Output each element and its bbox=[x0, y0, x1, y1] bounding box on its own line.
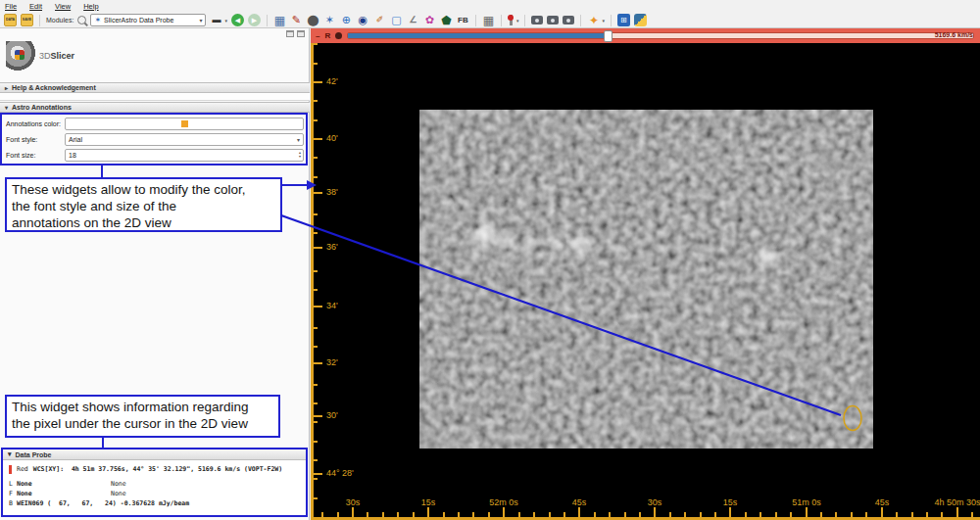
x-axis-tick-label: 30s bbox=[323, 497, 382, 507]
x-axis-tick-label: 30s bbox=[625, 497, 684, 507]
save-data-icon[interactable]: SAVE bbox=[21, 14, 33, 26]
annotations-color-label: Annotations color: bbox=[4, 120, 65, 127]
chevron-down-icon: ▾ bbox=[199, 17, 202, 24]
y-axis-tick-label: 36' bbox=[326, 242, 338, 252]
ruler-icon[interactable]: ∠ bbox=[407, 14, 419, 26]
telescope-icon[interactable]: ✶ bbox=[323, 14, 336, 26]
chevron-down-icon: ▾ bbox=[602, 18, 605, 24]
module-panel: 3DSlicer ▸ Help & Acknowledgement ▾ Astr… bbox=[0, 28, 310, 520]
slice-viewport[interactable]: 42' 40' 38' 36' 34' 32' 30' 44° 28' 30s … bbox=[311, 43, 980, 520]
section-astro-annotations[interactable]: ▾ Astro Annotations bbox=[0, 102, 310, 113]
x-axis-tick-label: 51m 0s bbox=[777, 497, 836, 507]
y-axis-tick-label: 34' bbox=[326, 301, 338, 310]
marker-slider-icon[interactable] bbox=[510, 15, 513, 25]
y-axis-tick-label: 44° 28' bbox=[326, 468, 354, 478]
zoom-icon[interactable]: ⊕ bbox=[340, 14, 353, 26]
slicer-logo: 3DSlicer bbox=[6, 41, 74, 71]
panel-undock-icon[interactable] bbox=[286, 30, 294, 37]
module-search-icon[interactable] bbox=[77, 16, 86, 24]
annotations-color-button[interactable] bbox=[65, 118, 304, 130]
crop-icon[interactable]: ▢ bbox=[390, 14, 403, 26]
module-forward-icon[interactable]: ▶ bbox=[248, 14, 261, 26]
menu-file[interactable]: File bbox=[5, 2, 17, 11]
toolbar-separator bbox=[524, 15, 525, 26]
red-slice-view: – R 5169.6 km/s bbox=[311, 28, 980, 520]
toolbar-separator bbox=[611, 15, 612, 26]
spinner-arrows[interactable]: ▴▾ bbox=[299, 151, 301, 159]
view-label: R bbox=[324, 31, 330, 40]
menu-edit[interactable]: Edit bbox=[29, 2, 42, 11]
scene-capture-icon[interactable] bbox=[547, 16, 559, 24]
x-axis-tick-label: 45s bbox=[853, 497, 911, 507]
x-axis-tick-label: 52m 0s bbox=[474, 497, 533, 507]
slicer-logo-icon bbox=[6, 41, 35, 71]
probe-wcs-line: Red WCS[XY]: 4h 51m 37.756s, 44° 35' 32.… bbox=[9, 464, 306, 474]
paint-icon[interactable]: ✐ bbox=[373, 14, 386, 26]
font-style-label: Font style: bbox=[4, 136, 65, 143]
right-ascension-axis-line bbox=[311, 517, 980, 520]
chevron-down-icon: ▾ bbox=[8, 450, 12, 458]
section-help-acknowledgement[interactable]: ▸ Help & Acknowledgement bbox=[0, 82, 310, 93]
layout-icon[interactable]: ▦ bbox=[273, 14, 286, 26]
section-data-probe[interactable]: ▾ Data Probe bbox=[3, 449, 306, 460]
module-icon: ✶ bbox=[94, 16, 101, 24]
main-toolbar: DATA SAVE Modules: ✶ SlicerAstro Data Pr… bbox=[0, 13, 980, 28]
slider-handle[interactable] bbox=[604, 30, 612, 42]
menu-view[interactable]: View bbox=[55, 2, 71, 11]
module-selector-value: SlicerAstro Data Probe bbox=[104, 17, 173, 24]
slice-offset-slider[interactable] bbox=[347, 32, 974, 39]
y-axis-tick-label: 38' bbox=[326, 187, 338, 197]
module-selector[interactable]: ✶ SlicerAstro Data Probe ▾ bbox=[90, 14, 206, 26]
pin-icon[interactable] bbox=[335, 32, 342, 39]
chevron-down-icon: ▾ bbox=[5, 104, 8, 111]
annotation-note-widgets: These widgets allow to modify the color,… bbox=[5, 177, 282, 232]
extensions-manager-icon[interactable]: ⊞ bbox=[617, 14, 630, 26]
chevron-down-icon: ▾ bbox=[516, 18, 519, 24]
modules-colorful-icon[interactable]: ✿ bbox=[423, 14, 436, 26]
probe-row-foreground: F None None bbox=[9, 489, 306, 498]
panel-hide-icon[interactable] bbox=[297, 30, 305, 37]
shield-icon[interactable]: ⬟ bbox=[440, 14, 453, 26]
module-back-icon[interactable]: ◀ bbox=[231, 14, 244, 26]
probe-row-label: L None None bbox=[9, 479, 306, 489]
models-icon[interactable]: ⬤ bbox=[307, 14, 319, 26]
y-axis-tick-label: 32' bbox=[326, 357, 338, 367]
screenshot-icon[interactable] bbox=[531, 16, 543, 24]
color-swatch bbox=[181, 120, 188, 127]
collapse-controller-button[interactable]: – bbox=[316, 31, 319, 40]
wcs-coordinates: WCS[XY]: 4h 51m 37.756s, 44° 35' 32.129"… bbox=[33, 465, 282, 473]
data-probe-panel: ▾ Data Probe Red WCS[XY]: 4h 51m 37.756s… bbox=[1, 448, 308, 517]
chevron-down-icon: ▾ bbox=[224, 18, 227, 24]
x-axis-tick-label: 45s bbox=[550, 497, 609, 507]
volumes-icon[interactable]: ◉ bbox=[357, 14, 369, 26]
toolbar-separator bbox=[501, 15, 502, 26]
font-style-combobox[interactable]: Arial ▾ bbox=[65, 133, 304, 146]
annotation-note-dataprobe: This widget shows information regarding … bbox=[5, 395, 280, 438]
slice-offset-value: 5169.6 km/s bbox=[935, 31, 973, 38]
font-size-label: Font size: bbox=[4, 152, 65, 159]
chevron-down-icon: ▾ bbox=[297, 136, 300, 143]
menu-help[interactable]: Help bbox=[83, 2, 98, 11]
menu-bar: File Edit View Help bbox=[0, 0, 980, 13]
extensions-star-icon[interactable]: ✦ bbox=[587, 14, 600, 26]
toolbar-separator bbox=[580, 15, 581, 26]
toolbar-separator bbox=[267, 15, 268, 26]
toolbar-separator bbox=[39, 15, 40, 26]
y-axis-tick-label: 40' bbox=[326, 133, 338, 143]
fb-icon[interactable]: FB bbox=[457, 14, 469, 26]
x-axis-tick-label: 4h 50m 30s bbox=[928, 497, 980, 507]
modules-label: Modules: bbox=[46, 17, 74, 24]
table-icon[interactable]: ▦ bbox=[482, 14, 495, 26]
toolbar-separator bbox=[475, 15, 476, 26]
axis-layer: 42' 40' 38' 36' 34' 32' 30' 44° 28' 30s … bbox=[311, 43, 980, 520]
font-size-spinbox[interactable]: 18 ▴▾ bbox=[65, 149, 304, 162]
y-axis-tick-label: 30' bbox=[326, 410, 338, 420]
add-data-icon[interactable]: DATA bbox=[4, 14, 17, 26]
python-icon[interactable] bbox=[634, 14, 647, 26]
pen-icon[interactable]: ✎ bbox=[290, 14, 303, 26]
x-axis-tick-label: 15s bbox=[399, 497, 458, 507]
astro-annotations-widgets: Annotations color: Font style: Arial ▾ F… bbox=[0, 113, 308, 165]
scene-restore-icon[interactable] bbox=[563, 16, 574, 24]
module-history-icon[interactable]: ▬ bbox=[210, 14, 222, 26]
layer-name: Red bbox=[17, 465, 28, 473]
